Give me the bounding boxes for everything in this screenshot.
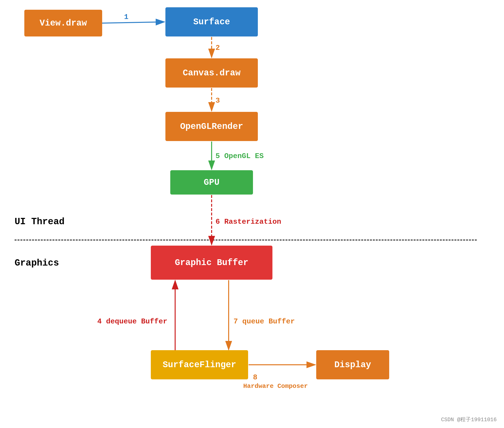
ui-thread-label: UI Thread [15,216,64,227]
graphics-label: Graphics [15,258,59,268]
canvas-draw-box: Canvas.draw [165,58,258,88]
surface-label: Surface [193,17,230,27]
gpu-box: GPU [170,170,253,195]
graphic-buffer-label: Graphic Buffer [175,258,248,268]
svg-text:8: 8 [253,373,257,382]
display-label: Display [334,360,371,370]
diagram: View.draw Surface Canvas.draw OpenGLRend… [0,0,504,428]
surface-box: Surface [165,7,258,36]
separator-line [15,240,477,241]
canvas-draw-label: Canvas.draw [183,68,241,78]
gpu-label: GPU [204,178,220,187]
openglrender-label: OpenGLRender [180,122,243,132]
surfaceflinger-box: SurfaceFlinger [151,350,248,379]
graphic-buffer-box: Graphic Buffer [151,246,272,280]
svg-text:6 Rasterization: 6 Rasterization [216,218,281,226]
watermark: CSDN @程子19911016 [441,416,497,423]
svg-text:2: 2 [216,44,220,52]
svg-text:1: 1 [124,13,128,21]
svg-text:3: 3 [216,97,220,105]
surfaceflinger-label: SurfaceFlinger [163,360,236,370]
display-box: Display [316,350,389,379]
svg-text:7 queue Buffer: 7 queue Buffer [234,317,295,326]
svg-text:Hardware Composer: Hardware Composer [243,383,308,390]
openglrender-box: OpenGLRender [165,112,258,141]
svg-line-6 [102,22,164,23]
view-draw-box: View.draw [24,10,102,36]
view-draw-label: View.draw [40,18,87,28]
svg-text:4 dequeue Buffer: 4 dequeue Buffer [97,317,167,326]
svg-text:5 OpenGL ES: 5 OpenGL ES [216,152,264,160]
